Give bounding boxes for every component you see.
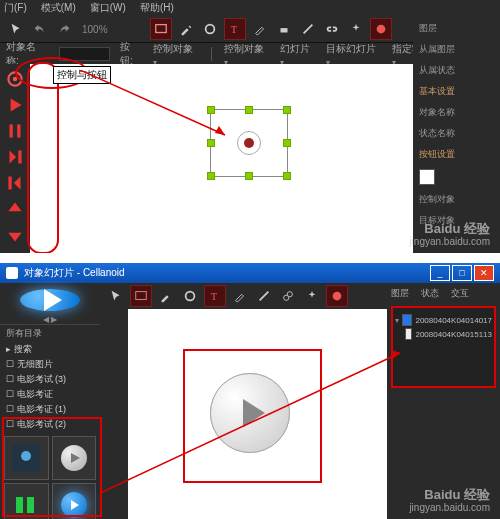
- svg-point-16: [186, 292, 195, 301]
- button-tool-icon[interactable]: [200, 19, 220, 39]
- ctrl-obj-dropdown[interactable]: 控制对象: [153, 42, 199, 67]
- link-tool-icon[interactable]: [322, 19, 342, 39]
- pen-tool-icon[interactable]: [176, 19, 196, 39]
- pen-tool-icon[interactable]: [156, 286, 176, 306]
- wand-tool-icon[interactable]: [302, 286, 322, 306]
- button-tooltip: 控制与按钮: [53, 66, 111, 84]
- folder-item-3[interactable]: ☐ 电影考证: [0, 387, 100, 402]
- text-tool-icon[interactable]: T: [224, 18, 246, 40]
- cursor-tool-icon[interactable]: [106, 286, 126, 306]
- side-prev-icon[interactable]: [4, 172, 26, 194]
- line-tool-icon[interactable]: [298, 19, 318, 39]
- folder-item-2[interactable]: ☐ 电影考试 (3): [0, 372, 100, 387]
- window-titlebar: 对象幻灯片 - Cellanoid _ □ ✕: [0, 263, 500, 283]
- panel-fromlayer[interactable]: 从属图层: [419, 43, 494, 56]
- svg-point-1: [205, 25, 214, 34]
- annotation-oval-strip: [27, 62, 59, 253]
- slideshow-tool-icon[interactable]: [130, 285, 152, 307]
- layer-tree: ▾20080404K04014017 20080404K04015113: [391, 306, 496, 388]
- screenshot-1: 门(F) 模式(M) 窗口(W) 帮助(H) 100% T 对象名称: 按钮: …: [0, 0, 500, 253]
- slideshow-dropdown[interactable]: 幻灯片: [280, 42, 316, 67]
- menu-help[interactable]: 帮助(H): [140, 1, 174, 15]
- maximize-button[interactable]: □: [452, 265, 472, 281]
- svg-line-18: [260, 292, 269, 301]
- line-tool-icon[interactable]: [254, 286, 274, 306]
- panel-btnset-label: 按钮设置: [419, 148, 494, 161]
- button-object-icon[interactable]: [237, 131, 261, 155]
- cursor-tool-icon[interactable]: [6, 19, 26, 39]
- palette-tool-icon[interactable]: [326, 285, 348, 307]
- side-next-icon[interactable]: [4, 146, 26, 168]
- menu-bar: 门(F) 模式(M) 窗口(W) 帮助(H): [0, 0, 500, 16]
- brush-tool-icon[interactable]: [230, 286, 250, 306]
- big-play-button[interactable]: [20, 289, 80, 311]
- target-object[interactable]: [210, 109, 288, 177]
- zoom-label[interactable]: 100%: [82, 24, 108, 35]
- panel-objname[interactable]: 对象名称: [419, 106, 494, 119]
- editor-toolbar: T: [100, 283, 387, 310]
- menu-mode[interactable]: 模式(M): [41, 1, 76, 15]
- svg-point-20: [287, 292, 292, 297]
- side-trash-icon[interactable]: [4, 250, 26, 253]
- minimize-button[interactable]: _: [430, 265, 450, 281]
- ctrl-obj-dropdown-2[interactable]: 控制对象: [224, 42, 270, 67]
- right-panel: 图层 状态 交互 ▾20080404K04014017 20080404K040…: [387, 283, 500, 519]
- watermark: Baidu 经验jingyan.baidu.com: [409, 488, 490, 513]
- svg-rect-15: [136, 292, 147, 300]
- svg-line-4: [303, 25, 312, 34]
- side-up-icon[interactable]: [4, 198, 26, 220]
- window-title: 对象幻灯片 - Cellanoid: [24, 266, 125, 280]
- svg-rect-9: [17, 124, 20, 137]
- eraser-tool-icon[interactable]: [274, 19, 294, 39]
- svg-rect-0: [155, 25, 166, 33]
- slideshow-tool-icon[interactable]: [150, 18, 172, 40]
- panel-state[interactable]: 状态名称: [419, 127, 494, 140]
- folder-item-1[interactable]: ☐ 无细图片: [0, 357, 100, 372]
- annotation-box-thumbs: [2, 417, 102, 517]
- app-icon: [6, 267, 18, 279]
- side-down-icon[interactable]: [4, 224, 26, 246]
- screenshot-2: 对象幻灯片 - Cellanoid _ □ ✕ ◀ ▶ 所有目录 ▸ 搜索 ☐ …: [0, 263, 500, 519]
- target-slide-dropdown[interactable]: 目标幻灯片: [326, 42, 382, 67]
- panel-ctrlobj[interactable]: 控制对象: [419, 193, 494, 206]
- text-tool-icon[interactable]: T: [204, 285, 226, 307]
- panel-layer-header[interactable]: 图层: [419, 22, 494, 35]
- palette-tool-icon[interactable]: [370, 18, 392, 40]
- button-tool-icon[interactable]: [180, 286, 200, 306]
- tab-state[interactable]: 状态: [421, 287, 439, 300]
- editor-area: T: [100, 283, 387, 519]
- side-pause-icon[interactable]: [4, 120, 26, 142]
- undo-icon[interactable]: [30, 19, 50, 39]
- mid-tool-strip: [100, 309, 128, 519]
- canvas-area[interactable]: [30, 64, 425, 253]
- folders-header: 所有目录: [0, 324, 100, 342]
- watermark: Baidu 经验jingyan.baidu.com: [409, 222, 490, 247]
- svg-point-5: [376, 25, 385, 34]
- panel-basic-label: 基本设置: [419, 85, 494, 98]
- panel-color-row[interactable]: [419, 169, 494, 185]
- canvas-play-object: [210, 373, 290, 453]
- link-tool-icon[interactable]: [278, 286, 298, 306]
- svg-rect-3: [280, 28, 287, 32]
- tree-node-2[interactable]: 20080404K04015113: [405, 328, 492, 340]
- tab-layer[interactable]: 图层: [391, 287, 409, 300]
- svg-text:T: T: [230, 24, 237, 35]
- svg-text:T: T: [211, 291, 218, 302]
- tree-node-1[interactable]: ▾20080404K04014017: [395, 314, 492, 326]
- redo-icon[interactable]: [54, 19, 74, 39]
- side-play-icon[interactable]: [4, 94, 26, 116]
- right-panel: 图层 从属图层 从属状态 基本设置 对象名称 状态名称 按钮设置 控制对象 目标…: [413, 16, 500, 253]
- canvas[interactable]: [128, 309, 387, 519]
- svg-rect-8: [10, 124, 13, 137]
- menu-file[interactable]: 门(F): [4, 1, 27, 15]
- brush-tool-icon[interactable]: [250, 19, 270, 39]
- menu-window[interactable]: 窗口(W): [90, 1, 126, 15]
- wand-tool-icon[interactable]: [346, 19, 366, 39]
- folder-search[interactable]: ▸ 搜索: [0, 342, 100, 357]
- panel-fromstate[interactable]: 从属状态: [419, 64, 494, 77]
- left-tool-strip: [0, 64, 30, 253]
- tab-inter[interactable]: 交互: [451, 287, 469, 300]
- svg-point-21: [333, 292, 342, 301]
- close-button[interactable]: ✕: [474, 265, 494, 281]
- folder-item-4[interactable]: ☐ 电影考证 (1): [0, 402, 100, 417]
